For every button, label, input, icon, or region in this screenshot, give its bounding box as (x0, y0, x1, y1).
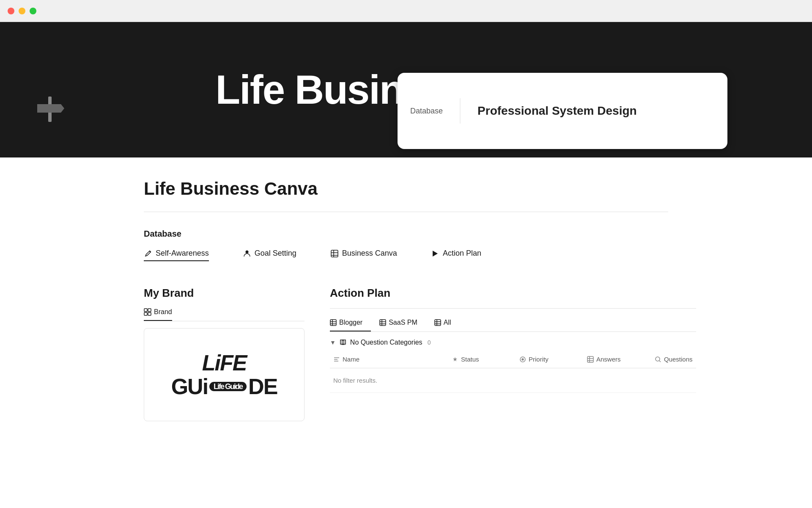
svg-point-1 (245, 250, 248, 253)
nav-label-business-canva: Business Canva (342, 249, 397, 258)
table2-icon (587, 356, 594, 363)
circle-icon (519, 356, 526, 363)
chevron-down-icon: ▼ (330, 339, 336, 346)
action-plan-section: Action Plan Blogger SaaS PM (330, 287, 696, 421)
col-questions: Questions (651, 354, 696, 364)
col-name: Name (330, 354, 448, 364)
search-icon (655, 356, 661, 363)
sparkle-icon (452, 356, 458, 363)
tab-blogger-label: Blogger (339, 319, 362, 326)
signpost-icon (34, 92, 68, 132)
nav-item-business-canva[interactable]: Business Canva (330, 249, 397, 261)
col-status-label: Status (461, 356, 479, 363)
nav-label-action-plan: Action Plan (443, 249, 481, 258)
logo-guide-text: GUi (171, 375, 208, 398)
nav-item-goal-setting[interactable]: Goal Setting (243, 249, 296, 261)
grid-icon (144, 308, 151, 316)
svg-rect-5 (148, 309, 151, 312)
action-plan-tabs: Blogger SaaS PM All (330, 315, 696, 332)
tab-blogger[interactable]: Blogger (330, 315, 371, 331)
brand-tabs: Brand (144, 308, 304, 321)
col-answers-label: Answers (596, 356, 621, 363)
nav-item-action-plan[interactable]: Action Plan (431, 249, 481, 261)
table-icon-sm3 (434, 319, 441, 326)
logo-pill: Life Guide (209, 382, 247, 391)
tab-all-label: All (444, 319, 451, 326)
brand-tab-brand[interactable]: Brand (144, 308, 172, 321)
table-icon-sm2 (379, 319, 386, 326)
hero-banner: Life Business Canva Database Professiona… (0, 22, 812, 157)
svg-rect-9 (380, 320, 386, 326)
my-brand-title: My Brand (144, 287, 304, 300)
col-answers: Answers (584, 354, 651, 364)
hero-card-divider (460, 98, 461, 124)
table-header: Name Status Priority (330, 351, 696, 368)
nav-label-self-awareness: Self-Awareness (156, 249, 209, 258)
window-chrome (0, 0, 812, 22)
col-status: Status (448, 354, 516, 364)
text-icon (333, 356, 340, 363)
nav-item-self-awareness[interactable]: Self-Awareness (144, 249, 209, 261)
no-question-categories-count: 0 (428, 339, 431, 346)
svg-rect-7 (148, 312, 151, 315)
fullscreen-button[interactable] (30, 8, 36, 14)
database-nav: Self-Awareness Goal Setting Business Can… (144, 249, 668, 265)
hero-card-section-title: Professional System Design (477, 104, 637, 118)
col-priority-label: Priority (529, 356, 549, 363)
minimize-button[interactable] (19, 8, 25, 14)
tab-saas-pm[interactable]: SaaS PM (371, 315, 426, 331)
brand-logo: LiFE GUi Life Guide DE (171, 352, 277, 398)
flag-icon (431, 249, 439, 258)
svg-point-14 (656, 357, 660, 361)
no-filter-results: No filter results. (330, 368, 696, 393)
brand-logo-bottom: GUi Life Guide DE (171, 375, 277, 398)
no-question-categories-row[interactable]: ▼ No Question Categories 0 (330, 332, 696, 351)
two-column-layout: My Brand Brand LiFE (144, 287, 668, 421)
col-name-label: Name (343, 356, 359, 363)
no-question-categories-label: No Question Categories (350, 339, 422, 346)
my-brand-section: My Brand Brand LiFE (144, 287, 304, 421)
person-icon (243, 249, 251, 258)
svg-rect-10 (435, 320, 441, 326)
col-questions-label: Questions (664, 356, 693, 363)
nav-label-goal-setting: Goal Setting (255, 249, 296, 258)
svg-rect-2 (331, 250, 338, 257)
table-icon (330, 249, 339, 258)
svg-rect-6 (144, 312, 147, 315)
svg-rect-13 (587, 356, 593, 362)
page-title: Life Business Canva (144, 179, 668, 199)
title-divider (144, 212, 668, 212)
database-label: Database (144, 229, 668, 239)
tab-all[interactable]: All (426, 315, 460, 331)
svg-point-12 (522, 359, 524, 360)
close-button[interactable] (8, 8, 14, 14)
table-icon-sm (330, 319, 337, 326)
edit-icon (144, 249, 152, 258)
col-priority: Priority (516, 354, 584, 364)
svg-marker-3 (433, 251, 438, 257)
main-content: Life Business Canva Database Self-Awaren… (110, 157, 702, 442)
action-plan-title: Action Plan (330, 287, 696, 300)
brand-logo-top: LiFE (202, 352, 247, 374)
logo-de-text: DE (248, 375, 277, 398)
logo-life-text: LiFE (202, 351, 247, 375)
brand-tab-label: Brand (154, 308, 172, 316)
svg-rect-4 (144, 309, 147, 312)
brand-logo-card: LiFE GUi Life Guide DE (144, 328, 304, 421)
book-icon (339, 339, 347, 346)
tab-saas-pm-label: SaaS PM (389, 319, 417, 326)
svg-rect-8 (330, 320, 336, 326)
hero-card-db-label: Database (410, 107, 443, 116)
hero-preview-card: Database Professional System Design (398, 73, 727, 149)
action-plan-divider (330, 308, 696, 309)
